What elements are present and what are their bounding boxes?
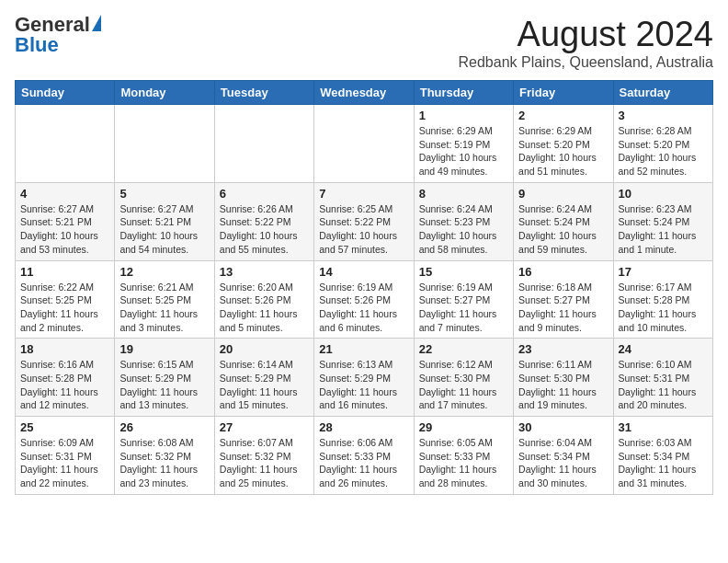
- day-number: 1: [419, 109, 508, 122]
- logo-general-text: General: [15, 15, 90, 35]
- calendar-cell: 31Sunrise: 6:03 AM Sunset: 5:34 PM Dayli…: [613, 417, 712, 495]
- day-info: Sunrise: 6:25 AM Sunset: 5:22 PM Dayligh…: [319, 202, 408, 257]
- calendar-cell: [16, 105, 115, 183]
- day-info: Sunrise: 6:29 AM Sunset: 5:20 PM Dayligh…: [518, 124, 608, 178]
- weekday-header-friday: Friday: [514, 81, 613, 105]
- day-number: 2: [518, 109, 608, 122]
- week-row-5: 25Sunrise: 6:09 AM Sunset: 5:31 PM Dayli…: [16, 417, 713, 495]
- day-number: 26: [119, 420, 209, 434]
- day-number: 17: [619, 265, 708, 279]
- day-number: 6: [220, 187, 309, 201]
- day-number: 4: [20, 187, 109, 201]
- week-row-2: 4Sunrise: 6:27 AM Sunset: 5:21 PM Daylig…: [16, 182, 713, 260]
- day-number: 10: [619, 187, 708, 201]
- weekday-header-monday: Monday: [115, 81, 214, 105]
- day-info: Sunrise: 6:16 AM Sunset: 5:28 PM Dayligh…: [20, 358, 109, 412]
- day-number: 30: [518, 420, 608, 434]
- calendar-cell: 14Sunrise: 6:19 AM Sunset: 5:26 PM Dayli…: [314, 260, 414, 339]
- day-info: Sunrise: 6:12 AM Sunset: 5:30 PM Dayligh…: [419, 358, 508, 412]
- calendar-cell: 24Sunrise: 6:10 AM Sunset: 5:31 PM Dayli…: [613, 339, 712, 417]
- day-number: 27: [220, 420, 309, 434]
- day-info: Sunrise: 6:29 AM Sunset: 5:19 PM Dayligh…: [419, 124, 508, 178]
- day-info: Sunrise: 6:06 AM Sunset: 5:33 PM Dayligh…: [319, 436, 408, 490]
- calendar-cell: 6Sunrise: 6:26 AM Sunset: 5:22 PM Daylig…: [214, 182, 313, 260]
- calendar-cell: 8Sunrise: 6:24 AM Sunset: 5:23 PM Daylig…: [414, 182, 513, 260]
- calendar-cell: 5Sunrise: 6:27 AM Sunset: 5:21 PM Daylig…: [115, 182, 214, 260]
- day-number: 20: [220, 342, 309, 356]
- calendar-cell: [115, 105, 214, 183]
- day-number: 23: [518, 342, 608, 356]
- calendar-cell: 10Sunrise: 6:23 AM Sunset: 5:24 PM Dayli…: [613, 182, 712, 260]
- page-header: General Blue August 2024 Redbank Plains,…: [15, 15, 713, 71]
- day-info: Sunrise: 6:18 AM Sunset: 5:27 PM Dayligh…: [518, 281, 608, 335]
- day-info: Sunrise: 6:04 AM Sunset: 5:34 PM Dayligh…: [518, 436, 608, 490]
- month-title: August 2024: [458, 15, 713, 54]
- weekday-header-wednesday: Wednesday: [314, 81, 414, 105]
- day-number: 3: [619, 109, 708, 122]
- logo-triangle-icon: [92, 15, 101, 31]
- calendar-cell: 16Sunrise: 6:18 AM Sunset: 5:27 PM Dayli…: [514, 260, 613, 339]
- calendar-cell: 7Sunrise: 6:25 AM Sunset: 5:22 PM Daylig…: [314, 182, 414, 260]
- calendar-cell: 11Sunrise: 6:22 AM Sunset: 5:25 PM Dayli…: [16, 260, 115, 339]
- day-info: Sunrise: 6:20 AM Sunset: 5:26 PM Dayligh…: [220, 281, 309, 335]
- week-row-1: 1Sunrise: 6:29 AM Sunset: 5:19 PM Daylig…: [16, 105, 713, 183]
- calendar-cell: 21Sunrise: 6:13 AM Sunset: 5:29 PM Dayli…: [314, 339, 414, 417]
- day-number: 15: [419, 265, 508, 279]
- day-number: 13: [220, 265, 309, 279]
- day-number: 5: [119, 187, 209, 201]
- calendar-cell: 13Sunrise: 6:20 AM Sunset: 5:26 PM Dayli…: [214, 260, 313, 339]
- weekday-header-row: SundayMondayTuesdayWednesdayThursdayFrid…: [16, 81, 713, 105]
- week-row-3: 11Sunrise: 6:22 AM Sunset: 5:25 PM Dayli…: [16, 260, 713, 339]
- day-number: 25: [20, 420, 109, 434]
- day-info: Sunrise: 6:28 AM Sunset: 5:20 PM Dayligh…: [619, 124, 708, 178]
- calendar-cell: 29Sunrise: 6:05 AM Sunset: 5:33 PM Dayli…: [414, 417, 513, 495]
- calendar-cell: 22Sunrise: 6:12 AM Sunset: 5:30 PM Dayli…: [414, 339, 513, 417]
- day-number: 12: [119, 265, 209, 279]
- day-info: Sunrise: 6:09 AM Sunset: 5:31 PM Dayligh…: [20, 436, 109, 490]
- weekday-header-sunday: Sunday: [16, 81, 115, 105]
- day-number: 21: [319, 342, 408, 356]
- day-info: Sunrise: 6:27 AM Sunset: 5:21 PM Dayligh…: [119, 202, 209, 257]
- day-info: Sunrise: 6:11 AM Sunset: 5:30 PM Dayligh…: [518, 358, 608, 412]
- day-number: 24: [619, 342, 708, 356]
- day-info: Sunrise: 6:21 AM Sunset: 5:25 PM Dayligh…: [119, 281, 209, 335]
- day-number: 28: [319, 420, 408, 434]
- title-block: August 2024 Redbank Plains, Queensland, …: [458, 15, 713, 71]
- calendar-cell: 28Sunrise: 6:06 AM Sunset: 5:33 PM Dayli…: [314, 417, 414, 495]
- day-info: Sunrise: 6:19 AM Sunset: 5:27 PM Dayligh…: [419, 281, 508, 335]
- calendar-table: SundayMondayTuesdayWednesdayThursdayFrid…: [15, 80, 713, 495]
- calendar-cell: 23Sunrise: 6:11 AM Sunset: 5:30 PM Dayli…: [514, 339, 613, 417]
- day-info: Sunrise: 6:08 AM Sunset: 5:32 PM Dayligh…: [119, 436, 209, 490]
- day-info: Sunrise: 6:22 AM Sunset: 5:25 PM Dayligh…: [20, 281, 109, 335]
- location-text: Redbank Plains, Queensland, Australia: [458, 54, 713, 71]
- calendar-cell: 9Sunrise: 6:24 AM Sunset: 5:24 PM Daylig…: [514, 182, 613, 260]
- day-number: 14: [319, 265, 408, 279]
- day-info: Sunrise: 6:10 AM Sunset: 5:31 PM Dayligh…: [619, 358, 708, 412]
- day-number: 7: [319, 187, 408, 201]
- calendar-cell: 30Sunrise: 6:04 AM Sunset: 5:34 PM Dayli…: [514, 417, 613, 495]
- calendar-cell: 15Sunrise: 6:19 AM Sunset: 5:27 PM Dayli…: [414, 260, 513, 339]
- calendar-cell: [314, 105, 414, 183]
- day-number: 11: [20, 265, 109, 279]
- calendar-cell: 25Sunrise: 6:09 AM Sunset: 5:31 PM Dayli…: [16, 417, 115, 495]
- calendar-cell: 20Sunrise: 6:14 AM Sunset: 5:29 PM Dayli…: [214, 339, 313, 417]
- logo-blue-text: Blue: [15, 33, 59, 57]
- day-number: 29: [419, 420, 508, 434]
- day-number: 8: [419, 187, 508, 201]
- day-info: Sunrise: 6:26 AM Sunset: 5:22 PM Dayligh…: [220, 202, 309, 257]
- logo: General Blue: [15, 15, 101, 57]
- day-info: Sunrise: 6:07 AM Sunset: 5:32 PM Dayligh…: [220, 436, 309, 490]
- calendar-cell: 4Sunrise: 6:27 AM Sunset: 5:21 PM Daylig…: [16, 182, 115, 260]
- day-info: Sunrise: 6:27 AM Sunset: 5:21 PM Dayligh…: [20, 202, 109, 257]
- calendar-cell: 1Sunrise: 6:29 AM Sunset: 5:19 PM Daylig…: [414, 105, 513, 183]
- day-number: 31: [619, 420, 708, 434]
- day-info: Sunrise: 6:24 AM Sunset: 5:24 PM Dayligh…: [518, 202, 608, 257]
- calendar-cell: 3Sunrise: 6:28 AM Sunset: 5:20 PM Daylig…: [613, 105, 712, 183]
- day-info: Sunrise: 6:03 AM Sunset: 5:34 PM Dayligh…: [619, 436, 708, 490]
- calendar-cell: 17Sunrise: 6:17 AM Sunset: 5:28 PM Dayli…: [613, 260, 712, 339]
- day-info: Sunrise: 6:13 AM Sunset: 5:29 PM Dayligh…: [319, 358, 408, 412]
- calendar-cell: 27Sunrise: 6:07 AM Sunset: 5:32 PM Dayli…: [214, 417, 313, 495]
- day-number: 18: [20, 342, 109, 356]
- day-number: 19: [119, 342, 209, 356]
- day-info: Sunrise: 6:14 AM Sunset: 5:29 PM Dayligh…: [220, 358, 309, 412]
